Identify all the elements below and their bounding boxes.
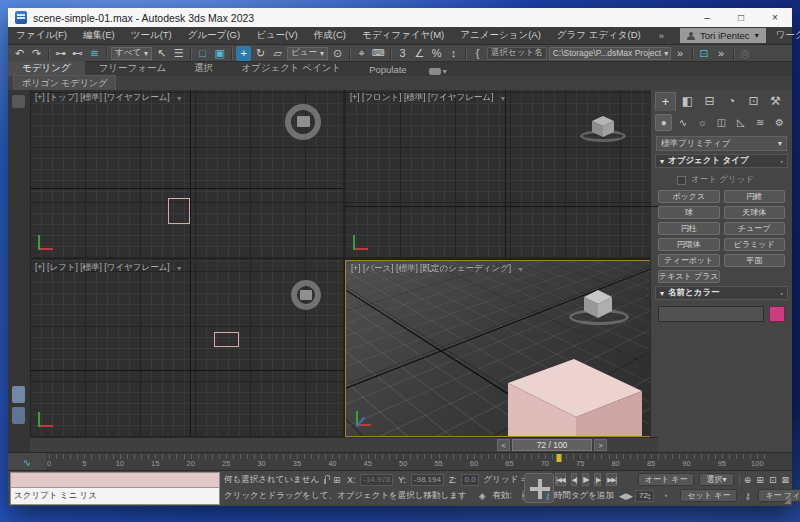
previous-frame-button[interactable]: <	[497, 439, 510, 451]
spinner-snap-icon[interactable]: ↕	[446, 46, 461, 61]
display-tab[interactable]: ⊡	[743, 92, 764, 111]
ribbon-tab-selection[interactable]: 選択	[180, 61, 227, 76]
zoom-all-icon[interactable]: ⊞	[756, 475, 764, 485]
viewcube[interactable]	[590, 114, 616, 142]
auto-key-button[interactable]: オート キー	[638, 473, 695, 486]
current-frame-marker[interactable]	[556, 454, 561, 462]
user-account-menu[interactable]: Tori iPentec ▾	[680, 28, 766, 43]
bind-to-space-warp-icon[interactable]: ≋	[87, 46, 102, 61]
adaptive-degradation-shield-icon[interactable]: ◈	[477, 491, 488, 501]
render-overflow-chevron[interactable]: »	[714, 46, 729, 61]
mini-curve-editor-button[interactable]: ∿	[8, 453, 46, 471]
go-to-start-button[interactable]: |◀◀	[555, 473, 566, 486]
key-mode-toggle-icon[interactable]: ◔	[659, 491, 670, 501]
menu-views[interactable]: ビュー(V)	[248, 29, 306, 42]
add-time-tag-text[interactable]: 時間タグを追加	[554, 490, 614, 502]
current-frame-field[interactable]: 72 ▴▾	[635, 490, 654, 502]
space-warps-category-icon[interactable]: ≋	[751, 114, 768, 131]
maximize-button[interactable]: □	[724, 8, 758, 27]
window-resize-grip[interactable]: ◢	[784, 495, 791, 505]
lights-category-icon[interactable]: ☼	[694, 114, 711, 131]
geometry-category-icon[interactable]: ●	[655, 114, 672, 131]
spinner-down-icon[interactable]: ▾	[648, 496, 651, 500]
reference-coordinate-select[interactable]: ビュー ▾	[287, 47, 328, 60]
frame-spinner-arrows-icon[interactable]: ◀▶	[619, 491, 630, 501]
viewport-front[interactable]: [+] [フロント] [標準] [ワイヤフレーム] ▼	[345, 90, 658, 258]
absolute-offset-mode-icon[interactable]: ⊞	[331, 475, 342, 485]
name-and-color-rollout[interactable]: ▾ 名前とカラー ▪	[655, 286, 788, 300]
listener-macro-line[interactable]	[11, 473, 219, 488]
utilities-tab[interactable]: ⚒	[765, 92, 786, 111]
keyboard-shortcut-override-icon[interactable]: ⌨	[371, 46, 386, 61]
select-and-manipulate-icon[interactable]: ⌖	[354, 46, 369, 61]
next-frame-button[interactable]: |▶	[594, 473, 601, 486]
unlink-selection-icon[interactable]: ⊷	[70, 46, 85, 61]
set-keys-large-button[interactable]: ⚷	[524, 473, 554, 503]
menu-overflow-chevron[interactable]: »	[649, 30, 674, 41]
viewport-left-label[interactable]: [+] [レフト] [標準] [ワイヤフレーム] ▼	[35, 262, 183, 274]
hierarchy-tab[interactable]: ⊟	[699, 92, 720, 111]
sphere-button[interactable]: 球	[658, 206, 720, 219]
box-object-3d[interactable]	[496, 341, 656, 437]
viewport-layout-tab-1[interactable]	[12, 386, 25, 403]
viewport-top-label[interactable]: [+] [トップ] [標準] [ワイヤフレーム] ▼	[35, 92, 183, 104]
undo-icon[interactable]: ↶	[12, 46, 27, 61]
primitive-category-select[interactable]: 標準プリミティブ ▾	[656, 136, 787, 151]
menu-create[interactable]: 作成(C)	[306, 29, 354, 42]
box-button[interactable]: ボックス	[658, 190, 720, 203]
motion-tab[interactable]: ◔	[721, 92, 742, 111]
tube-button[interactable]: チューブ	[724, 222, 785, 235]
ribbon-tab-modeling[interactable]: モデリング	[8, 61, 85, 76]
z-coordinate-field[interactable]: 0.0	[461, 474, 478, 486]
ribbon-minimize-toggle[interactable]: ▾	[429, 67, 447, 76]
zoom-extents-all-icon[interactable]: ⊠	[781, 475, 789, 485]
track-bar[interactable]: ∿ 05101520253035404550556065707580859095…	[8, 452, 792, 470]
key-mode-select[interactable]: 選択 ▾	[699, 473, 733, 486]
cameras-category-icon[interactable]: ◫	[713, 114, 730, 131]
cylinder-button[interactable]: 円柱	[658, 222, 720, 235]
selection-filter-select[interactable]: すべて ▾	[111, 47, 152, 60]
y-coordinate-field[interactable]: -98.194	[411, 474, 444, 486]
maxscript-mini-listener[interactable]: スクリプト ミニ リス	[10, 472, 220, 505]
go-to-end-button[interactable]: ▶▶|	[606, 473, 617, 486]
textplus-button[interactable]: テキスト プラス	[658, 270, 720, 283]
zoom-extents-icon[interactable]: ⊡	[769, 475, 777, 485]
select-and-move-icon[interactable]: +	[236, 46, 251, 61]
listener-script-line[interactable]: スクリプト ミニ リス	[11, 488, 219, 504]
use-pivot-center-icon[interactable]: ⊙	[330, 46, 345, 61]
menu-modifiers[interactable]: モディファイヤ(M)	[354, 29, 452, 42]
select-and-scale-icon[interactable]: ▱	[270, 46, 285, 61]
viewport-layout-tab-2[interactable]	[12, 407, 25, 424]
set-key-button[interactable]: セット キー	[680, 489, 737, 502]
redo-icon[interactable]: ↷	[29, 46, 44, 61]
create-tab[interactable]: +	[655, 92, 676, 111]
box-wireframe-left[interactable]	[214, 332, 239, 347]
key-filters-button[interactable]: キー フィルタ...	[758, 489, 800, 502]
torus-button[interactable]: 円環体	[658, 238, 720, 251]
object-color-swatch[interactable]	[769, 306, 785, 322]
box-wireframe-top[interactable]	[168, 198, 190, 224]
play-animation-button[interactable]: ▶	[582, 473, 589, 486]
viewport-perspective-label[interactable]: [+] [パース] [標準] [既定のシェーディング] ▼	[351, 263, 524, 275]
viewport-front-label[interactable]: [+] [フロント] [標準] [ワイヤフレーム] ▼	[350, 92, 506, 104]
ribbon-tab-object-paint[interactable]: オブジェクト ペイント	[227, 61, 355, 76]
zoom-icon[interactable]: ⊕	[744, 475, 752, 485]
snaps-toggle-icon[interactable]: 3	[395, 46, 410, 61]
select-by-name-icon[interactable]: ☰	[171, 46, 186, 61]
systems-category-icon[interactable]: ⚙	[771, 114, 788, 131]
angle-snap-icon[interactable]: ∠	[412, 46, 427, 61]
funnel-filter-icon[interactable]: ▼	[499, 95, 506, 102]
polygon-modeling-panel[interactable]: ポリゴン モデリング	[13, 75, 116, 91]
render-production-icon[interactable]: ◎	[738, 46, 753, 61]
menu-edit[interactable]: 編集(E)	[75, 29, 123, 42]
funnel-filter-icon[interactable]: ▼	[517, 266, 524, 273]
viewcube[interactable]	[581, 287, 615, 323]
named-selection-set-field[interactable]: 選択セット名	[487, 47, 547, 60]
time-slider-handle[interactable]: < 72 / 100 >	[497, 439, 607, 451]
select-and-rotate-icon[interactable]: ↻	[253, 46, 268, 61]
toolbar-overflow-chevron[interactable]: »	[673, 46, 688, 61]
project-folder-select[interactable]: C:\Storage\P...dsMax Project ▾	[549, 47, 671, 60]
side-strip-icon[interactable]	[12, 95, 25, 108]
shapes-category-icon[interactable]: ∿	[674, 114, 691, 131]
select-object-icon[interactable]: ↖	[154, 46, 169, 61]
